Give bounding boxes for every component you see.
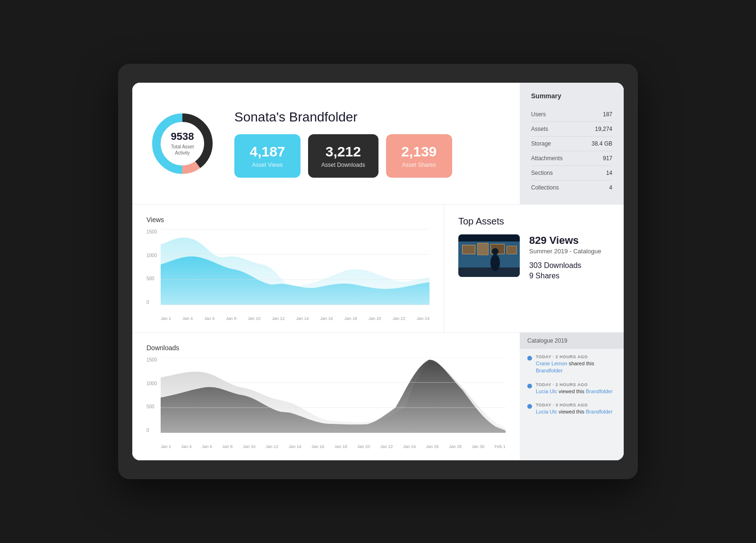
downloads-number: 3,212	[321, 144, 365, 160]
y-label: 500	[146, 404, 161, 409]
downloads-y-labels: 1500 1000 500 0	[146, 357, 161, 433]
downloads-svg	[161, 357, 506, 433]
downloads-x-labels: Jan 2Jan 4Jan 6Jan 8Jan 10Jan 12Jan 14Ja…	[146, 442, 506, 449]
asset-name: Summer 2019 - Catalogue	[529, 248, 610, 255]
x-label: Feb 1	[495, 444, 506, 449]
summary-value: 4	[609, 184, 612, 191]
x-label: Jan 6	[202, 444, 212, 449]
device-frame: 9538 Total Asset Activity Sonata's Brand…	[118, 64, 638, 479]
summary-value: 19,274	[595, 126, 612, 132]
top-main: 9538 Total Asset Activity Sonata's Brand…	[132, 83, 520, 204]
x-label: Jan 16	[311, 444, 324, 449]
x-label: Jan 4	[182, 316, 193, 321]
activity-section: Catalogue 2019 TODAY · 2 HOURS AGO Crane…	[520, 333, 624, 460]
activity-title-bar: Catalogue 2019	[520, 333, 624, 349]
x-label: Jan 20	[357, 444, 370, 449]
top-assets-section: Top Assets	[444, 205, 624, 332]
activity-user[interactable]: Lucia Ulc	[536, 409, 557, 414]
shares-number: 2,139	[399, 144, 439, 160]
activity-content: TODAY · 2 HOURS AGO Lucia Ulc viewed thi…	[536, 382, 616, 395]
summary-value: 917	[603, 155, 612, 162]
x-label: Jan 24	[403, 444, 416, 449]
stat-card-views: 4,187 Asset Views	[234, 134, 301, 178]
x-label: Jan 4	[181, 444, 191, 449]
activity-dot	[527, 384, 532, 388]
svg-rect-18	[458, 267, 520, 277]
views-number: 4,187	[248, 144, 287, 160]
activity-text: Lucia Ulc viewed this Brandfolder	[536, 388, 616, 395]
views-chart-title: Views	[146, 216, 430, 224]
asset-info: 829 Views Summer 2019 - Catalogue 303 Do…	[529, 234, 610, 280]
activity-target[interactable]: Brandfolder	[586, 388, 613, 394]
activity-target[interactable]: Brandfolder	[536, 368, 563, 373]
x-label: Jan 2	[161, 444, 171, 449]
asset-shares: 9 Shares	[529, 272, 610, 280]
stat-card-downloads: 3,212 Asset Downloads	[308, 134, 378, 178]
summary-rows: Users 187 Assets 19,274 Storage 38.4 GB …	[531, 107, 612, 195]
activity-time: TODAY · 2 HOURS AGO	[536, 354, 616, 359]
summary-key: Storage	[531, 140, 551, 147]
shares-label: Asset Shares	[399, 162, 439, 168]
summary-key: Collections	[531, 184, 559, 191]
summary-sidebar: Summary Users 187 Assets 19,274 Storage …	[520, 83, 624, 204]
donut-number: 9538	[166, 131, 199, 142]
activity-user[interactable]: Lucia Ulc	[536, 388, 557, 394]
x-label: Jan 20	[369, 316, 381, 321]
summary-key: Sections	[531, 170, 553, 176]
activity-time: TODAY · 2 HOURS AGO	[536, 382, 616, 387]
activity-item: TODAY · 2 HOURS AGO Crane Lemon shared t…	[527, 354, 616, 375]
activity-content: TODAY · 2 HOURS AGO Crane Lemon shared t…	[536, 354, 616, 375]
stat-card-shares: 2,139 Asset Shares	[386, 134, 452, 178]
x-label: Jan 16	[320, 316, 333, 321]
x-label: Jan 22	[380, 444, 393, 449]
summary-row: Users 187	[531, 107, 612, 122]
asset-views: 829 Views	[529, 234, 610, 247]
x-label: Jan 10	[248, 316, 260, 321]
asset-thumbnail	[458, 234, 520, 277]
activity-time: TODAY · 3 HOURS AGO	[536, 403, 616, 407]
svg-rect-21	[458, 234, 520, 241]
views-svg	[161, 229, 430, 305]
views-chart-section: Views 1500 1000 500 0	[132, 205, 444, 332]
x-label: Jan 2	[161, 316, 171, 321]
x-label: Jan 14	[289, 444, 301, 449]
activity-content: TODAY · 3 HOURS AGO Lucia Ulc viewed thi…	[536, 403, 616, 415]
activity-text: Lucia Ulc viewed this Brandfolder	[536, 408, 616, 415]
donut-center: 9538 Total Asset Activity	[166, 131, 199, 156]
stat-cards: 4,187 Asset Views 3,212 Asset Downloads …	[234, 134, 503, 178]
bottom-section: Downloads 1500 1000 500 0	[132, 333, 624, 460]
x-label: Jan 30	[472, 444, 484, 449]
x-label: Jan 12	[266, 444, 278, 449]
x-label: Jan 28	[449, 444, 462, 449]
x-label: Jan 8	[226, 316, 236, 321]
summary-row: Assets 19,274	[531, 122, 612, 137]
y-label: 500	[146, 276, 161, 281]
summary-value: 14	[606, 170, 612, 176]
activity-target[interactable]: Brandfolder	[586, 409, 613, 414]
activity-user[interactable]: Crane Lemon	[536, 361, 567, 366]
activity-text: Crane Lemon shared this Brandfolder	[536, 360, 616, 375]
x-label: Jan 18	[344, 316, 357, 321]
dashboard: 9538 Total Asset Activity Sonata's Brand…	[132, 83, 624, 460]
y-label: 1500	[146, 229, 161, 234]
y-label: 0	[146, 300, 161, 305]
downloads-chart-section: Downloads 1500 1000 500 0	[132, 333, 520, 460]
svg-point-20	[492, 248, 498, 255]
views-label: Asset Views	[248, 162, 287, 168]
donut-label: Total Asset Activity	[166, 144, 199, 156]
x-label: Jan 26	[426, 444, 438, 449]
x-label: Jan 10	[243, 444, 256, 449]
downloads-label: Asset Downloads	[321, 162, 365, 168]
views-y-labels: 1500 1000 500 0	[146, 229, 161, 305]
x-label: Jan 6	[204, 316, 215, 321]
views-chart-area: 1500 1000 500 0	[146, 229, 430, 314]
asset-downloads: 303 Downloads	[529, 261, 610, 270]
activity-item: TODAY · 2 HOURS AGO Lucia Ulc viewed thi…	[527, 382, 616, 395]
summary-title: Summary	[531, 92, 612, 100]
summary-key: Assets	[531, 126, 548, 132]
y-label: 1000	[146, 253, 161, 258]
x-label: Jan 18	[335, 444, 347, 449]
activity-dot	[527, 356, 532, 361]
page-title: Sonata's Brandfolder	[234, 110, 503, 125]
svg-rect-11	[463, 245, 475, 254]
